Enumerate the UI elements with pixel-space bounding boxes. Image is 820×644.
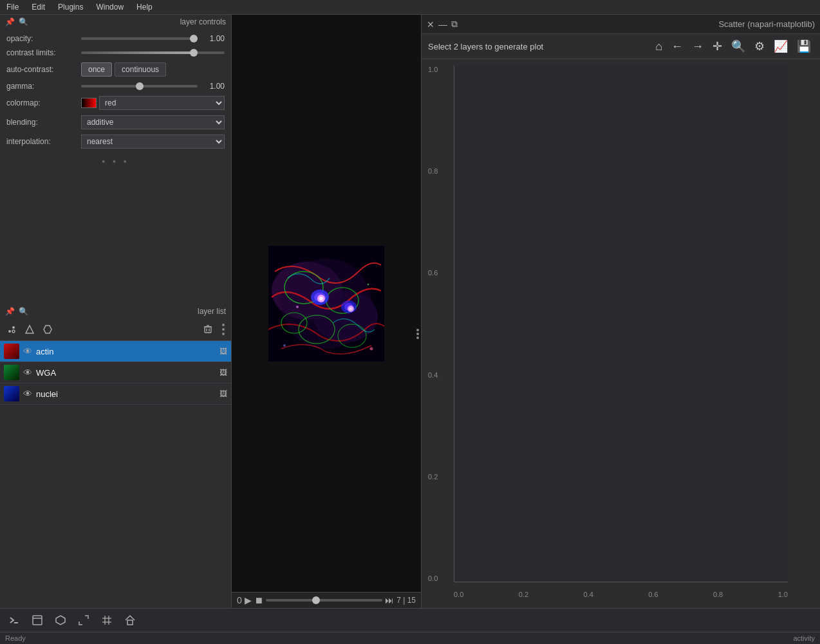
x-label-0.6: 0.6 [648,591,658,598]
bottom-toolbar [0,608,820,632]
interpolation-select[interactable]: nearest linear cubic [81,134,225,149]
home-tool-btn[interactable]: ⌂ [653,38,665,55]
side-handle[interactable] [414,326,422,342]
plot-area: 1.0 0.8 0.6 0.4 0.2 0.0 0.0 0.2 0.4 0.6 … [422,59,820,608]
svg-rect-38 [127,620,133,625]
continuous-button[interactable]: continuous [115,62,166,77]
end-btn[interactable]: ⏭ [385,595,394,605]
canvas-bottom-bar: 0 ▶ ⏹ ⏭ 7 | 15 [232,592,421,608]
shapes-tool-btn[interactable] [22,322,37,337]
colormap-select[interactable]: red green blue gray [99,96,225,110]
visibility-icon-nuclei[interactable]: 👁 [23,389,32,399]
opacity-slider[interactable] [81,37,198,40]
scatter-instruction: Select 2 layers to generate plot [428,42,543,51]
once-button[interactable]: once [81,62,112,77]
forward-tool-btn[interactable]: → [689,38,706,55]
frame-zero-btn[interactable]: 0 [237,595,242,605]
svg-point-27 [296,306,299,308]
play-btn[interactable]: ▶ [245,595,252,605]
colormap-swatch [81,98,97,108]
canvas-viewport[interactable] [232,15,421,592]
gamma-slider[interactable] [81,85,198,87]
colormap-dropdown-container: red green blue gray [81,96,225,110]
layer-controls-title: layer controls [180,17,226,26]
pan-tool-btn[interactable]: ✛ [710,38,725,55]
layer-list-header: 📌 🔍 layer list [0,304,231,318]
dots-separator: • • • [0,154,231,169]
scatter-min-btn[interactable]: — [438,19,447,30]
opacity-label: opacity: [6,34,77,43]
layer-item-actin[interactable]: 👁 actin 🖼 [0,341,231,362]
layer-controls-panel: 📌 🔍 layer controls opacity: 1.00 contras… [0,15,232,304]
settings-tool-btn[interactable]: ⚙ [752,38,767,55]
x-label-0.2: 0.2 [519,591,528,598]
svg-point-26 [349,307,353,310]
left-panel: 📌 🔍 layer controls opacity: 1.00 contras… [0,15,232,608]
x-label-0.4: 0.4 [583,591,593,598]
menu-window[interactable]: Window [93,1,126,13]
header-icons: 📌 🔍 [5,17,28,26]
window-btn[interactable] [28,611,46,629]
3d-btn[interactable] [51,611,70,629]
y-label-1.0: 1.0 [428,66,438,73]
menu-file[interactable]: File [4,1,21,13]
svg-rect-32 [33,616,42,625]
activity-label: activity [793,634,815,642]
x-label-0.0: 0.0 [454,591,463,598]
home-btn[interactable] [121,611,139,629]
y-label-0.0: 0.0 [428,575,438,582]
x-label-0.8: 0.8 [713,591,723,598]
layer-type-icon-actin: 🖼 [219,347,227,356]
scatter-close-btn[interactable]: ✕ [427,19,434,30]
visibility-icon-wga[interactable]: 👁 [23,367,32,378]
console-btn[interactable] [5,611,23,629]
points-tool-btn[interactable] [4,322,19,337]
layer-thumb-wga [4,365,19,380]
blending-label: blending: [6,118,77,127]
colormap-row: colormap: red green blue gray [6,96,225,110]
scatter-panel: ✕ — ⧉ Scatter (napari-matplotlib) Select… [421,15,820,608]
menu-help[interactable]: Help [134,1,155,13]
canvas-area: 0 ▶ ⏹ ⏭ 7 | 15 [232,15,421,608]
layer-type-icon-wga: 🖼 [219,368,227,377]
menu-edit[interactable]: Edit [29,1,48,13]
layer-item-nuclei[interactable]: 👁 nuclei 🖼 [0,383,231,405]
layer-search-icon[interactable]: 🔍 [19,307,28,316]
stop-btn[interactable]: ⏹ [254,595,263,605]
plot-canvas-container: 1.0 0.8 0.6 0.4 0.2 0.0 0.0 0.2 0.4 0.6 … [454,66,788,582]
pin-icon[interactable]: 📌 [5,17,15,26]
colormap-label: colormap: [6,98,77,107]
status-ready: Ready [5,634,26,642]
layer-pin-icon[interactable]: 📌 [5,307,15,316]
scatter-expand-btn[interactable]: ⧉ [451,19,458,30]
back-tool-btn[interactable]: ← [669,38,685,55]
opacity-value: 1.00 [201,34,225,43]
menubar: File Edit Plugins Window Help [0,0,820,15]
contrast-slider[interactable] [81,51,225,54]
save-tool-btn[interactable]: 💾 [794,38,814,55]
grid-btn[interactable] [98,611,116,629]
plot-tool-btn[interactable]: 📈 [771,38,790,55]
delete-layer-btn[interactable] [200,322,216,337]
auto-contrast-row: auto-contrast: once continuous [6,62,225,77]
zoom-tool-btn[interactable]: 🔍 [729,38,748,55]
expand-btn[interactable] [75,611,93,629]
labels-tool-btn[interactable] [40,322,55,337]
gamma-slider-container [81,85,198,87]
svg-rect-5 [205,327,211,333]
svg-point-0 [8,330,11,333]
svg-point-30 [370,347,373,350]
layer-item-wga[interactable]: 👁 WGA 🖼 [0,362,231,383]
layer-options-btn[interactable] [219,321,227,338]
search-icon[interactable]: 🔍 [19,17,28,26]
interpolation-label: interpolation: [6,137,77,146]
layer-list-panel: 📌 🔍 layer list [0,304,232,608]
layer-thumb-nuclei [4,386,19,401]
layer-name-nuclei: nuclei [36,389,216,399]
blending-select[interactable]: additive translucent opaque [81,115,225,129]
layer-thumb-actin [4,344,19,359]
main-layout: 📌 🔍 layer controls opacity: 1.00 contras… [0,15,820,608]
timeline-slider[interactable] [266,599,382,602]
menu-plugins[interactable]: Plugins [55,1,86,13]
visibility-icon-actin[interactable]: 👁 [23,346,32,356]
